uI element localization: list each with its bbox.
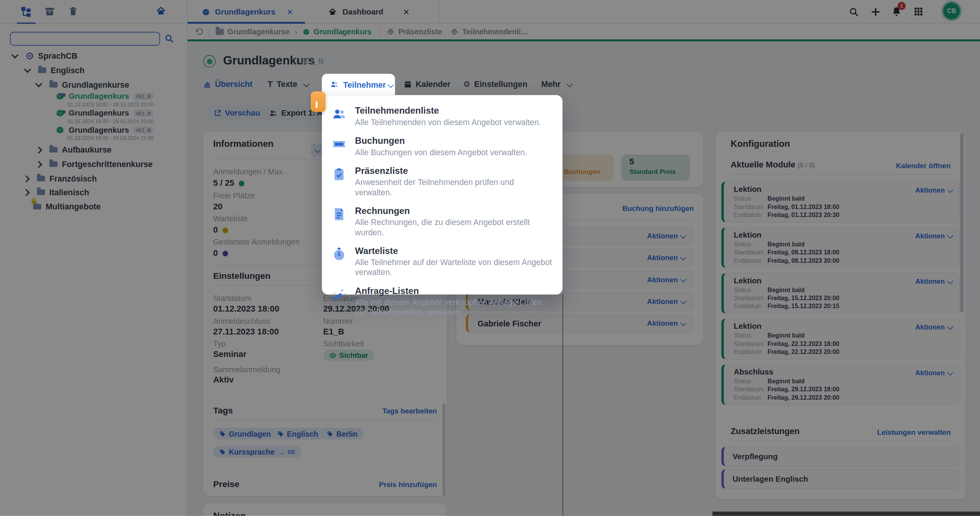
menu-item-teilnehmendenliste[interactable]: TeilnehmendenlisteAlle Teilnehmenden von…: [332, 106, 553, 127]
screen: Grundlagenkurs Dashboard 1 CB Grundlagen…: [0, 0, 980, 516]
app-window: Grundlagenkurs Dashboard 1 CB Grundlagen…: [0, 0, 980, 516]
menu-item-rechnungen[interactable]: RechnungenAlle Rechnungen, die zu diesem…: [332, 206, 553, 238]
menu-item-warteliste[interactable]: WartelisteAlle Teilnehmer auf der Wartel…: [332, 246, 553, 278]
tour-cursor-marker: [311, 91, 326, 112]
stopwatch-icon: [332, 247, 346, 278]
teilnehmer-dropdown-menu: TeilnehmendenlisteAlle Teilnehmenden von…: [322, 95, 562, 294]
participants-icon: [330, 80, 339, 89]
magic-wand-icon: [332, 287, 346, 318]
menu-item-buchungen[interactable]: BuchungenAlle Buchungen von diesem Angeb…: [332, 136, 553, 158]
tab-teilnehmer[interactable]: Teilnehmer: [322, 74, 395, 95]
overlay-edge-line: [562, 294, 563, 516]
clipboard-check-icon: [332, 167, 346, 198]
chevron-down-icon: [388, 82, 394, 87]
menu-item-anfrage-listen[interactable]: Anfrage-ListenAlle mit diesem Angebot ve…: [332, 286, 553, 318]
ticket-icon: [332, 137, 346, 158]
invoice-icon: [332, 207, 346, 238]
menu-item-praesenzliste[interactable]: PräsenzlisteAnwesenheit der Teilnehmende…: [332, 166, 553, 198]
people-icon: [332, 107, 346, 127]
